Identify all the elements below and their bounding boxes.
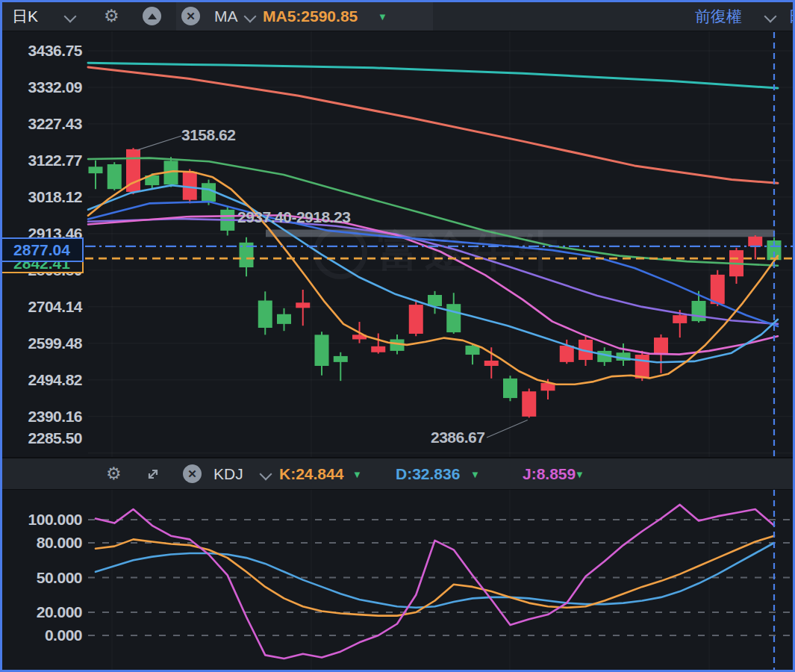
annotation-pointer-line (137, 136, 182, 150)
close-icon: ✕ (181, 7, 200, 25)
main-chart-toolbar: 日K ⚙ ✕ MA MA5:2590.85 ▼ 前復權 日 (0, 2, 795, 31)
window-border-left (0, 0, 2, 672)
kdj-j-value[interactable]: J:8.859 (523, 458, 576, 490)
kdj-toolbar: ⚙ ✕ KDJ K:24.844 ▼ D:32.836 ▼ J:8.859 ▼ (0, 458, 795, 490)
indicator-selector[interactable]: KDJ (213, 458, 243, 490)
candle[interactable] (673, 315, 687, 323)
close-circle-icon[interactable]: ✕ (183, 464, 202, 483)
kdj-axis-label: 0.000 (0, 627, 82, 644)
triangle-down-icon[interactable]: ▼ (470, 470, 480, 479)
candle[interactable] (409, 305, 423, 334)
price-axis-label: 3227.43 (0, 116, 82, 132)
chevron-down-icon[interactable] (764, 10, 777, 23)
candle[interactable] (711, 275, 725, 304)
high-price-annotation: 3158.62 (181, 126, 235, 144)
triangle-down-icon[interactable]: ▼ (352, 470, 362, 479)
candle[interactable] (277, 314, 291, 324)
ma5-orange (88, 171, 778, 385)
collapse-circle-icon[interactable] (143, 7, 161, 25)
ma20-blue (88, 202, 778, 326)
kdj-axis-label: 100.000 (0, 511, 82, 528)
candle[interactable] (692, 301, 706, 321)
kdj-line-d (96, 543, 774, 608)
candle[interactable] (334, 356, 348, 362)
trading-chart-window: { "window": { "accent_color": "#4a7be8" … (0, 0, 795, 672)
triangle-down-icon[interactable]: ▼ (378, 12, 387, 22)
window-border-top (0, 0, 795, 2)
candle[interactable] (560, 346, 574, 362)
current-price-tag: 2877.04 (0, 237, 84, 262)
candlestick-chart-svg (0, 31, 795, 457)
divider (0, 489, 795, 490)
kdj-axis-label: 20.000 (0, 604, 82, 620)
expand-icon[interactable] (145, 466, 161, 482)
low-price-annotation: 2386.67 (431, 429, 484, 447)
kdj-d-value[interactable]: D:32.836 (396, 458, 460, 490)
price-axis-label: 3122.77 (0, 152, 82, 169)
candle[interactable] (315, 335, 329, 366)
divider (0, 457, 795, 458)
candle[interactable] (258, 301, 272, 329)
gear-icon[interactable]: ⚙ (104, 7, 119, 25)
annotation-pointer-line (487, 420, 528, 438)
kdj-axis-label: 80.000 (0, 535, 82, 551)
candle[interactable] (484, 361, 499, 366)
gap-range-annotation: 2937.40-2918.23 (237, 208, 350, 226)
adjust-mode-button[interactable]: 前復權 (695, 2, 742, 31)
candle[interactable] (446, 304, 461, 332)
candle[interactable] (748, 237, 762, 246)
kdj-line-k (96, 536, 774, 616)
candle[interactable] (522, 391, 536, 417)
ma-group-label[interactable]: MA (214, 2, 238, 31)
candle[interactable] (654, 337, 668, 353)
price-axis-label: 2494.82 (0, 372, 82, 388)
chevron-down-icon[interactable] (260, 468, 272, 481)
ma-long-teal (88, 63, 778, 88)
price-axis-label: 2285.50 (0, 430, 82, 447)
kdj-axis-label: 50.000 (0, 570, 82, 586)
period-selector[interactable]: 日K (12, 2, 38, 31)
kdj-chart-panel[interactable]: 100.00080.00050.00020.0000.000 (0, 490, 795, 670)
candle[interactable] (89, 167, 103, 173)
candle[interactable] (371, 346, 385, 352)
ma5-value-label[interactable]: MA5:2590.85 (263, 2, 358, 31)
candle[interactable] (635, 355, 649, 379)
price-axis-label: 3436.75 (0, 43, 82, 59)
candle[interactable] (296, 302, 310, 308)
gear-icon[interactable]: ⚙ (106, 465, 122, 482)
up-arrow-icon (148, 13, 157, 19)
candle[interactable] (503, 379, 517, 398)
candlestick-chart-panel[interactable]: 3436.753332.093227.433122.773018.122913.… (0, 31, 795, 457)
kdj-chart-svg (0, 490, 795, 670)
ma10-skyblue (88, 185, 778, 362)
candle[interactable] (107, 164, 122, 189)
candle[interactable] (428, 295, 442, 306)
close-circle-icon[interactable]: ✕ (181, 7, 200, 25)
chevron-down-icon[interactable] (64, 10, 77, 23)
ma-long-salmon (88, 67, 778, 183)
price-axis-label: 3332.09 (0, 79, 82, 96)
price-axis-label: 2704.14 (0, 299, 82, 315)
price-axis-label: 2599.48 (0, 335, 82, 352)
close-icon: ✕ (183, 464, 202, 483)
gap-band (266, 229, 775, 237)
divider (0, 31, 795, 31)
candle[interactable] (466, 346, 480, 355)
price-axis-label: 3018.12 (0, 189, 82, 205)
kdj-k-value[interactable]: K:24.844 (279, 458, 343, 490)
triangle-down-icon[interactable]: ▼ (575, 470, 584, 479)
price-axis-label: 2390.16 (0, 408, 82, 425)
